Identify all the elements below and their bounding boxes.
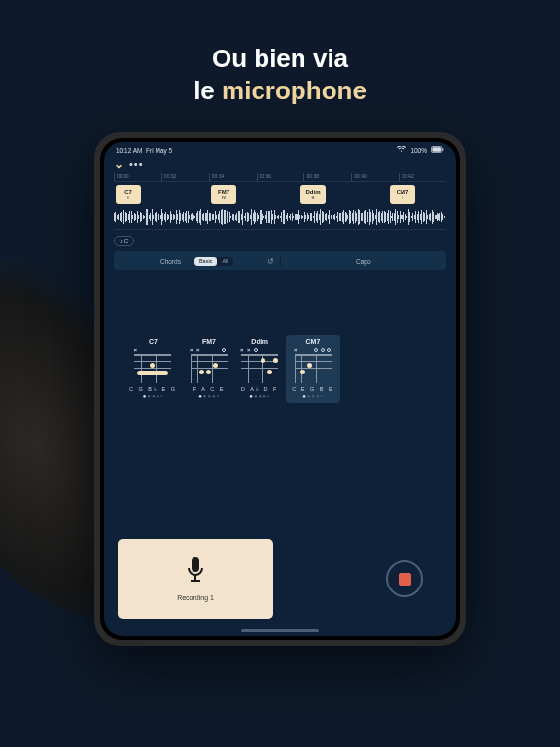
svg-rect-3 xyxy=(192,557,199,572)
svg-rect-2 xyxy=(442,148,443,151)
status-time: 10:12 AM xyxy=(116,147,142,154)
status-right: 100% xyxy=(397,146,444,154)
stop-icon xyxy=(399,573,411,586)
tick: 00:38 xyxy=(303,173,351,181)
variation-dots[interactable]: ●●●●• xyxy=(143,393,164,399)
fretboard: × × xyxy=(191,348,228,383)
finger-dot xyxy=(300,370,305,374)
waveform xyxy=(114,207,446,227)
fretboard: × xyxy=(134,348,171,383)
headline-line2: le microphone xyxy=(0,75,560,107)
finger-dot xyxy=(267,370,272,374)
panel-label: Capo xyxy=(356,258,371,265)
status-bar: 10:12 AM Fri May 5 100% xyxy=(104,142,456,156)
more-options-button[interactable]: ••• xyxy=(129,159,144,170)
chords-option[interactable]: Chords Basic All ↺ xyxy=(114,257,281,266)
seg-basic[interactable]: Basic xyxy=(194,257,217,266)
bottom-controls: Recording 1 xyxy=(118,539,442,619)
timeline-chord-chip[interactable]: FM7IV xyxy=(211,185,236,204)
variation-dots[interactable]: ●●●●• xyxy=(302,393,324,399)
mute-icon: × xyxy=(196,347,200,353)
key-badge[interactable]: ♪ C xyxy=(114,236,134,246)
seg-all[interactable]: All xyxy=(217,257,232,266)
tick: 00:34 xyxy=(209,173,257,181)
fretboard: × xyxy=(295,348,332,383)
promo-headline: Ou bien via le microphone xyxy=(0,43,560,106)
stop-record-button[interactable] xyxy=(386,560,423,597)
app-screen: 10:12 AM Fri May 5 100% ⌄ ••• 00:30 00:3… xyxy=(104,142,456,636)
mute-icon: × xyxy=(240,347,244,353)
collapse-button[interactable]: ⌄ xyxy=(114,158,123,171)
tick: 00:36 xyxy=(257,173,304,181)
fretboard: × × xyxy=(241,348,278,383)
battery-text: 100% xyxy=(410,147,427,154)
chord-card[interactable]: FM7 × × F A C E ●●●●• xyxy=(191,338,228,399)
ipad-bezel: 10:12 AM Fri May 5 100% ⌄ ••• 00:30 00:3… xyxy=(100,138,460,640)
mute-icon: × xyxy=(247,347,251,353)
wifi-icon xyxy=(397,146,406,154)
capo-option[interactable]: Capo xyxy=(281,258,447,265)
home-indicator[interactable] xyxy=(241,629,319,632)
barre xyxy=(137,371,168,375)
chord-diagrams-row: C7 × C G B♭ E G ●●●●• FM7 × × xyxy=(129,338,456,399)
battery-icon xyxy=(431,146,444,154)
finger-dot xyxy=(150,363,155,368)
mute-icon: × xyxy=(133,347,137,353)
mute-icon: × xyxy=(294,347,298,353)
finger-dot xyxy=(307,363,312,368)
chord-card-selected[interactable]: CM7 × C E G B E ●●●●• xyxy=(286,335,339,403)
open-string xyxy=(314,348,318,352)
variation-dots[interactable]: ●●●●• xyxy=(249,393,270,399)
time-ruler: 00:30 00:32 00:34 00:36 00:38 00:40 00:4… xyxy=(104,173,456,181)
timeline-chord-chip[interactable]: C7I xyxy=(116,185,141,204)
microphone-icon xyxy=(185,556,206,590)
tick: 00:40 xyxy=(351,173,399,181)
svg-rect-1 xyxy=(432,147,441,151)
top-toolbar: ⌄ ••• xyxy=(104,156,456,173)
recording-title: Recording 1 xyxy=(177,594,214,601)
open-string xyxy=(321,348,325,352)
open-string xyxy=(327,348,331,352)
finger-dot xyxy=(261,358,265,363)
tick: 00:32 xyxy=(161,173,209,181)
timeline-chord-chip[interactable]: CM7I xyxy=(390,185,415,204)
ipad-frame: 10:12 AM Fri May 5 100% ⌄ ••• 00:30 00:3… xyxy=(94,132,466,646)
chord-complexity-segment[interactable]: Basic All xyxy=(194,257,233,266)
waveform-track[interactable]: C7I FM7IV Ddimii CM7I xyxy=(114,181,446,230)
open-string xyxy=(222,348,226,352)
timeline-chord-chip[interactable]: Ddimii xyxy=(300,185,326,204)
headline-line1: Ou bien via xyxy=(0,43,560,75)
tick: 00:42 xyxy=(399,173,446,181)
chord-card[interactable]: Ddim × × D A♭ D F ●●●●• xyxy=(241,338,278,399)
panel-label: Chords xyxy=(160,258,181,265)
mute-icon: × xyxy=(190,347,193,353)
recording-card[interactable]: Recording 1 xyxy=(118,539,273,619)
chord-card[interactable]: C7 × C G B♭ E G ●●●●• xyxy=(129,338,177,399)
tick: 00:30 xyxy=(114,173,161,181)
status-date: Fri May 5 xyxy=(146,147,172,154)
variation-dots[interactable]: ●●●●• xyxy=(198,393,220,399)
finger-dot xyxy=(213,363,218,368)
open-string xyxy=(254,348,258,352)
finger-dot xyxy=(199,370,204,374)
status-left: 10:12 AM Fri May 5 xyxy=(116,147,172,154)
finger-dot xyxy=(206,370,211,374)
reset-icon[interactable]: ↺ xyxy=(267,257,274,266)
finger-dot xyxy=(273,358,278,363)
options-panel: Chords Basic All ↺ Capo xyxy=(114,251,446,270)
